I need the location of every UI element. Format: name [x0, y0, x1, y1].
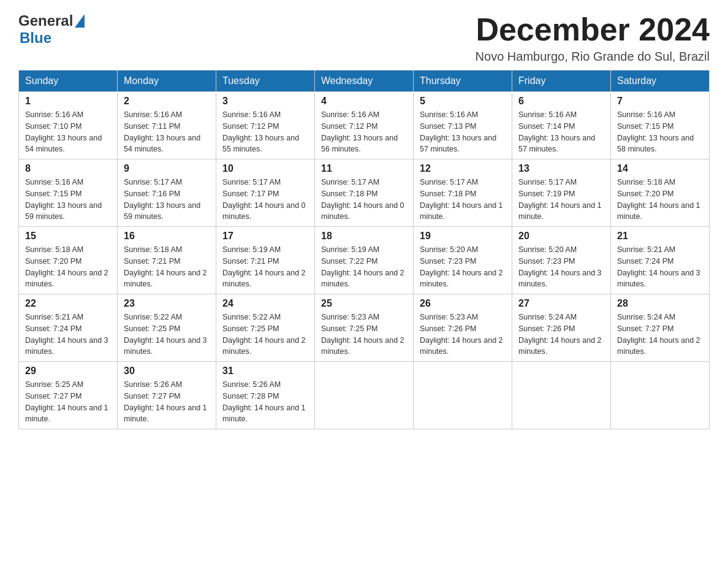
- day-info: Sunrise: 5:24 AMSunset: 7:26 PMDaylight:…: [518, 312, 604, 358]
- table-row: 7Sunrise: 5:16 AMSunset: 7:15 PMDaylight…: [611, 92, 710, 159]
- day-number: 5: [420, 96, 506, 107]
- col-header-monday: Monday: [118, 71, 216, 92]
- day-number: 7: [617, 96, 703, 107]
- day-number: 4: [321, 96, 407, 107]
- table-row: 4Sunrise: 5:16 AMSunset: 7:12 PMDaylight…: [315, 92, 414, 159]
- day-number: 6: [518, 96, 604, 107]
- table-row: 26Sunrise: 5:23 AMSunset: 7:26 PMDayligh…: [414, 294, 512, 362]
- day-number: 2: [124, 96, 210, 107]
- day-number: 24: [222, 298, 308, 309]
- table-row: [512, 362, 611, 429]
- calendar-week-row: 29Sunrise: 5:25 AMSunset: 7:27 PMDayligh…: [19, 362, 710, 429]
- table-row: 25Sunrise: 5:23 AMSunset: 7:25 PMDayligh…: [315, 294, 414, 362]
- day-number: 3: [222, 96, 308, 107]
- day-info: Sunrise: 5:18 AMSunset: 7:21 PMDaylight:…: [124, 244, 210, 290]
- day-number: 20: [518, 231, 604, 242]
- logo: General Blue: [18, 12, 85, 47]
- day-info: Sunrise: 5:21 AMSunset: 7:24 PMDaylight:…: [25, 312, 111, 358]
- table-row: 19Sunrise: 5:20 AMSunset: 7:23 PMDayligh…: [414, 227, 512, 294]
- day-number: 21: [617, 231, 703, 242]
- col-header-friday: Friday: [512, 71, 611, 92]
- calendar-header-row: Sunday Monday Tuesday Wednesday Thursday…: [19, 71, 710, 92]
- col-header-sunday: Sunday: [19, 71, 118, 92]
- table-row: 20Sunrise: 5:20 AMSunset: 7:23 PMDayligh…: [512, 227, 611, 294]
- day-number: 13: [518, 163, 604, 174]
- day-number: 19: [420, 231, 506, 242]
- table-row: 14Sunrise: 5:18 AMSunset: 7:20 PMDayligh…: [611, 159, 710, 227]
- table-row: 9Sunrise: 5:17 AMSunset: 7:16 PMDaylight…: [118, 159, 216, 227]
- table-row: 18Sunrise: 5:19 AMSunset: 7:22 PMDayligh…: [315, 227, 414, 294]
- day-number: 1: [25, 96, 111, 107]
- day-info: Sunrise: 5:23 AMSunset: 7:25 PMDaylight:…: [321, 312, 407, 358]
- table-row: [414, 362, 512, 429]
- table-row: 17Sunrise: 5:19 AMSunset: 7:21 PMDayligh…: [216, 227, 315, 294]
- day-info: Sunrise: 5:23 AMSunset: 7:26 PMDaylight:…: [420, 312, 506, 358]
- table-row: 8Sunrise: 5:16 AMSunset: 7:15 PMDaylight…: [19, 159, 118, 227]
- logo-general-text: General: [18, 12, 73, 29]
- table-row: 6Sunrise: 5:16 AMSunset: 7:14 PMDaylight…: [512, 92, 611, 159]
- table-row: [611, 362, 710, 429]
- day-number: 29: [25, 366, 111, 377]
- day-info: Sunrise: 5:17 AMSunset: 7:18 PMDaylight:…: [420, 177, 506, 223]
- day-info: Sunrise: 5:25 AMSunset: 7:27 PMDaylight:…: [25, 379, 111, 425]
- day-info: Sunrise: 5:20 AMSunset: 7:23 PMDaylight:…: [420, 244, 506, 290]
- table-row: 29Sunrise: 5:25 AMSunset: 7:27 PMDayligh…: [19, 362, 118, 429]
- table-row: 24Sunrise: 5:22 AMSunset: 7:25 PMDayligh…: [216, 294, 315, 362]
- day-info: Sunrise: 5:17 AMSunset: 7:17 PMDaylight:…: [222, 177, 308, 223]
- location-subtitle: Novo Hamburgo, Rio Grande do Sul, Brazil: [476, 50, 710, 64]
- col-header-wednesday: Wednesday: [315, 71, 414, 92]
- day-number: 12: [420, 163, 506, 174]
- day-number: 26: [420, 298, 506, 309]
- col-header-thursday: Thursday: [414, 71, 512, 92]
- month-year-title: December 2024: [476, 12, 710, 47]
- day-info: Sunrise: 5:16 AMSunset: 7:12 PMDaylight:…: [321, 109, 407, 155]
- day-info: Sunrise: 5:22 AMSunset: 7:25 PMDaylight:…: [222, 312, 308, 358]
- day-info: Sunrise: 5:16 AMSunset: 7:14 PMDaylight:…: [518, 109, 604, 155]
- day-info: Sunrise: 5:17 AMSunset: 7:19 PMDaylight:…: [518, 177, 604, 223]
- day-number: 23: [124, 298, 210, 309]
- day-number: 9: [124, 163, 210, 174]
- table-row: 22Sunrise: 5:21 AMSunset: 7:24 PMDayligh…: [19, 294, 118, 362]
- calendar-week-row: 8Sunrise: 5:16 AMSunset: 7:15 PMDaylight…: [19, 159, 710, 227]
- day-number: 30: [124, 366, 210, 377]
- day-info: Sunrise: 5:16 AMSunset: 7:10 PMDaylight:…: [25, 109, 111, 155]
- table-row: 23Sunrise: 5:22 AMSunset: 7:25 PMDayligh…: [118, 294, 216, 362]
- day-info: Sunrise: 5:21 AMSunset: 7:24 PMDaylight:…: [617, 244, 703, 290]
- day-info: Sunrise: 5:26 AMSunset: 7:27 PMDaylight:…: [124, 379, 210, 425]
- day-number: 14: [617, 163, 703, 174]
- table-row: 16Sunrise: 5:18 AMSunset: 7:21 PMDayligh…: [118, 227, 216, 294]
- table-row: 11Sunrise: 5:17 AMSunset: 7:18 PMDayligh…: [315, 159, 414, 227]
- day-number: 8: [25, 163, 111, 174]
- day-info: Sunrise: 5:16 AMSunset: 7:15 PMDaylight:…: [25, 177, 111, 223]
- day-info: Sunrise: 5:16 AMSunset: 7:15 PMDaylight:…: [617, 109, 703, 155]
- day-number: 18: [321, 231, 407, 242]
- logo-arrow-icon: [75, 14, 85, 28]
- day-number: 16: [124, 231, 210, 242]
- table-row: 12Sunrise: 5:17 AMSunset: 7:18 PMDayligh…: [414, 159, 512, 227]
- table-row: 13Sunrise: 5:17 AMSunset: 7:19 PMDayligh…: [512, 159, 611, 227]
- day-number: 31: [222, 366, 308, 377]
- table-row: 5Sunrise: 5:16 AMSunset: 7:13 PMDaylight…: [414, 92, 512, 159]
- calendar-week-row: 1Sunrise: 5:16 AMSunset: 7:10 PMDaylight…: [19, 92, 710, 159]
- calendar-week-row: 15Sunrise: 5:18 AMSunset: 7:20 PMDayligh…: [19, 227, 710, 294]
- col-header-saturday: Saturday: [611, 71, 710, 92]
- day-number: 17: [222, 231, 308, 242]
- day-info: Sunrise: 5:19 AMSunset: 7:22 PMDaylight:…: [321, 244, 407, 290]
- table-row: 15Sunrise: 5:18 AMSunset: 7:20 PMDayligh…: [19, 227, 118, 294]
- table-row: 10Sunrise: 5:17 AMSunset: 7:17 PMDayligh…: [216, 159, 315, 227]
- col-header-tuesday: Tuesday: [216, 71, 315, 92]
- day-info: Sunrise: 5:26 AMSunset: 7:28 PMDaylight:…: [222, 379, 308, 425]
- day-info: Sunrise: 5:18 AMSunset: 7:20 PMDaylight:…: [617, 177, 703, 223]
- day-number: 11: [321, 163, 407, 174]
- table-row: 3Sunrise: 5:16 AMSunset: 7:12 PMDaylight…: [216, 92, 315, 159]
- day-number: 15: [25, 231, 111, 242]
- table-row: 28Sunrise: 5:24 AMSunset: 7:27 PMDayligh…: [611, 294, 710, 362]
- day-number: 10: [222, 163, 308, 174]
- title-area: December 2024 Novo Hamburgo, Rio Grande …: [476, 12, 710, 64]
- calendar-table: Sunday Monday Tuesday Wednesday Thursday…: [18, 70, 710, 429]
- day-number: 22: [25, 298, 111, 309]
- table-row: [315, 362, 414, 429]
- day-info: Sunrise: 5:16 AMSunset: 7:12 PMDaylight:…: [222, 109, 308, 155]
- calendar-week-row: 22Sunrise: 5:21 AMSunset: 7:24 PMDayligh…: [19, 294, 710, 362]
- day-number: 27: [518, 298, 604, 309]
